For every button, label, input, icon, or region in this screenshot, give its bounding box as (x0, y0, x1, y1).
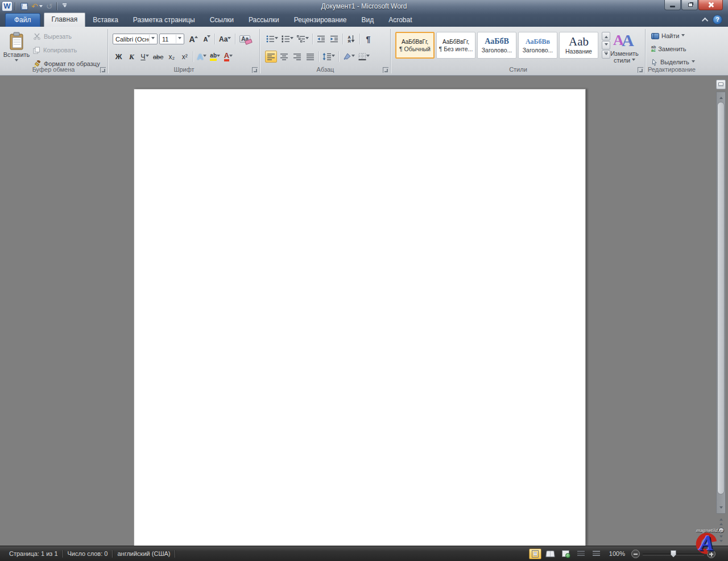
bold-button[interactable]: Ж (113, 51, 125, 63)
window-controls (664, 0, 723, 10)
style-normal[interactable]: АаБбВвГг, ¶ Обычный (395, 32, 435, 59)
help-button[interactable]: ? (713, 15, 722, 24)
ribbon: Вставить Вырезать Копировать (0, 27, 728, 76)
select-dropdown-icon[interactable] (692, 60, 695, 64)
select-browse-object-button[interactable] (718, 527, 724, 533)
style-no-spacing[interactable]: АаБбВвГг, ¶ Без инте... (436, 32, 475, 59)
page-indicator[interactable]: Страница: 1 из 1 (5, 550, 63, 557)
tab-insert[interactable]: Вставка (85, 13, 126, 27)
print-layout-view-button[interactable] (529, 548, 541, 559)
font-color-button[interactable]: A (222, 51, 234, 63)
grow-font-button[interactable]: A (186, 33, 198, 45)
shading-button[interactable] (341, 51, 356, 63)
find-icon (651, 33, 659, 39)
group-separator (107, 29, 108, 73)
web-layout-view-button[interactable] (560, 548, 572, 559)
zoom-in-button[interactable] (707, 550, 715, 558)
copy-button[interactable]: Копировать (33, 45, 100, 55)
document-area (0, 76, 728, 546)
font-name-dropdown-icon[interactable] (149, 35, 156, 43)
close-button[interactable] (698, 0, 723, 10)
tab-acrobat[interactable]: Acrobat (381, 13, 419, 27)
show-marks-button[interactable]: ¶ (362, 33, 374, 45)
style-preview: АаБбВвГг, (442, 39, 469, 45)
style-heading2[interactable]: АаБбВв Заголово... (518, 32, 557, 59)
tab-review[interactable]: Рецензирование (287, 13, 354, 27)
replace-button[interactable]: abac Заменить (651, 44, 695, 53)
italic-button[interactable]: К (126, 51, 138, 63)
align-left-button[interactable] (265, 51, 277, 63)
outline-view-button[interactable] (575, 548, 588, 559)
underline-button[interactable]: Ч (139, 51, 151, 63)
style-heading1[interactable]: АаБбВ Заголово... (477, 32, 516, 59)
styles-dialog-launcher[interactable] (638, 67, 643, 73)
ruler-toggle-button[interactable] (716, 80, 726, 89)
restore-button[interactable] (681, 0, 698, 10)
highlight-button[interactable]: ab (209, 51, 221, 63)
previous-page-button[interactable] (719, 517, 723, 525)
align-right-button[interactable] (291, 51, 303, 63)
style-title[interactable]: Aab Название (559, 32, 598, 59)
language-indicator[interactable]: английский (США) (113, 550, 175, 557)
clear-formatting-button[interactable]: Aa (238, 33, 251, 45)
multilevel-list-button[interactable] (296, 33, 310, 45)
fullscreen-reading-view-button[interactable] (544, 548, 557, 559)
zoom-slider-thumb[interactable] (671, 550, 676, 558)
decrease-indent-button[interactable] (315, 33, 327, 45)
text-effects-button[interactable]: A (196, 51, 208, 63)
multilevel-list-icon (297, 35, 305, 43)
numbering-button[interactable] (280, 33, 295, 45)
vertical-scrollbar[interactable] (716, 92, 726, 514)
clipboard-dialog-launcher[interactable] (100, 67, 106, 73)
tab-home[interactable]: Главная (44, 13, 86, 27)
outline-view-icon (577, 551, 585, 557)
bullets-button[interactable] (265, 33, 279, 45)
line-spacing-button[interactable] (321, 51, 336, 63)
tab-file[interactable]: Файл (5, 13, 40, 27)
zoom-slider[interactable] (643, 550, 704, 558)
justify-button[interactable] (304, 51, 316, 63)
scroll-up-button[interactable] (717, 93, 725, 101)
sort-button[interactable]: АЯ (345, 33, 357, 45)
minimize-button[interactable] (664, 0, 681, 10)
superscript-button[interactable]: x² (179, 51, 191, 63)
group-separator (390, 29, 391, 73)
increase-indent-button[interactable] (328, 33, 340, 45)
document-page[interactable] (134, 89, 586, 546)
underline-dropdown-icon[interactable] (146, 55, 149, 59)
borders-button[interactable] (357, 51, 371, 63)
tab-references[interactable]: Ссылки (202, 13, 241, 27)
paste-dropdown-arrow-icon[interactable] (15, 59, 18, 63)
find-button[interactable]: Найти (651, 31, 695, 40)
subscript-button[interactable]: x₂ (166, 51, 177, 63)
scroll-up-icon (719, 95, 723, 99)
scroll-down-button[interactable] (717, 504, 725, 513)
separator (214, 34, 215, 44)
font-dialog-launcher[interactable] (252, 67, 258, 73)
tab-page-layout[interactable]: Разметка страницы (126, 13, 202, 27)
paragraph-dialog-launcher[interactable] (383, 67, 388, 73)
cut-button[interactable]: Вырезать (33, 31, 100, 42)
font-name-select[interactable]: Calibri (Осно (113, 34, 158, 44)
font-size-dropdown-icon[interactable] (176, 35, 183, 43)
scroll-up-icon (605, 34, 608, 38)
shrink-font-button[interactable]: A (200, 33, 212, 45)
strikethrough-button[interactable]: abe (152, 51, 164, 63)
tab-mailings[interactable]: Рассылки (241, 13, 287, 27)
separator (193, 51, 193, 62)
next-page-button[interactable] (719, 535, 723, 544)
word-count[interactable]: Число слов: 0 (63, 550, 113, 557)
align-center-button[interactable] (278, 51, 290, 63)
change-case-button[interactable]: Aa (218, 33, 232, 45)
zoom-level[interactable]: 100% (606, 550, 628, 557)
find-dropdown-icon[interactable] (681, 34, 685, 38)
font-size-select[interactable]: 11 (159, 34, 184, 44)
draft-view-button[interactable] (590, 548, 603, 559)
gallery-more-icon (605, 53, 608, 57)
find-label: Найти (661, 32, 679, 39)
group-label-clipboard: Буфер обмена (0, 65, 107, 75)
tab-view[interactable]: Вид (354, 13, 381, 27)
zoom-out-button[interactable] (631, 550, 640, 558)
scrollbar-thumb[interactable] (717, 102, 725, 494)
minimize-ribbon-icon[interactable] (702, 17, 708, 23)
